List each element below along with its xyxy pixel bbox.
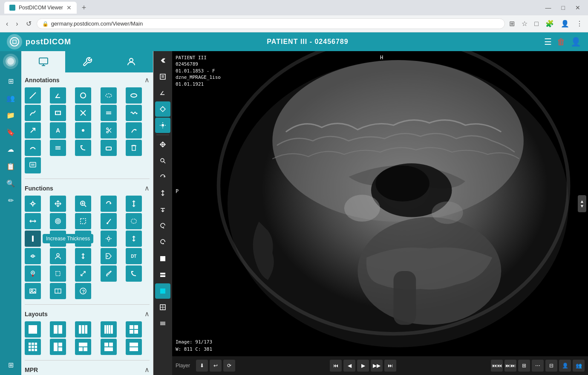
tab-search-button[interactable]: □ — [533, 19, 540, 29]
tool-wave[interactable] — [126, 105, 142, 121]
panel-tab-user[interactable] — [109, 51, 153, 72]
layout-custom3[interactable] — [101, 339, 117, 355]
annotations-toggle[interactable]: ∧ — [144, 76, 150, 84]
vt-square-white[interactable] — [155, 251, 170, 266]
player-minus-btn[interactable]: ⊟ — [545, 360, 557, 372]
vt-angle[interactable] — [155, 85, 170, 101]
extensions-button[interactable]: 🧩 — [544, 19, 556, 29]
player-refresh-btn[interactable]: ⟳ — [223, 360, 235, 372]
func-dt[interactable]: DT — [126, 248, 142, 264]
layout-custom2[interactable] — [75, 339, 91, 355]
tool-scissors[interactable] — [101, 122, 117, 138]
func-undo2[interactable] — [126, 265, 142, 282]
func-pan[interactable] — [50, 196, 66, 212]
bookmark-button[interactable]: ☆ — [520, 19, 529, 29]
layout-1x1[interactable] — [25, 321, 41, 338]
func-lasso[interactable] — [126, 213, 142, 229]
vt-move[interactable] — [155, 137, 170, 152]
sidebar-icon-list[interactable]: 📋 — [3, 159, 18, 174]
func-image2[interactable] — [25, 283, 41, 299]
player-grid-btn[interactable]: ⊞ — [518, 360, 530, 372]
func-flip-v[interactable] — [126, 196, 142, 212]
func-target[interactable] — [50, 213, 66, 229]
tool-text[interactable]: A — [50, 122, 66, 138]
tool-cross[interactable] — [75, 105, 91, 121]
new-tab-button[interactable]: + — [79, 3, 89, 12]
browser-tab[interactable]: PostDICOM Viewer ✕ — [4, 2, 77, 14]
vt-expand-vert[interactable] — [155, 185, 170, 201]
delete-header-icon[interactable]: 🗑 — [557, 37, 565, 47]
tool-ellipse[interactable] — [126, 87, 142, 104]
func-rotate[interactable] — [101, 196, 117, 212]
tool-clear[interactable] — [126, 140, 142, 156]
tool-eraser[interactable] — [101, 140, 117, 156]
player-prev-btn[interactable]: ◀ — [343, 360, 355, 372]
vt-multi-rows[interactable] — [155, 316, 170, 331]
func-crosshair[interactable] — [25, 196, 41, 212]
translate-button[interactable]: ⊞ — [507, 19, 516, 29]
vt-zoom[interactable] — [155, 153, 170, 168]
player-play-btn[interactable]: ▶ — [357, 360, 369, 372]
func-image3[interactable] — [50, 283, 66, 299]
player-next-btn[interactable]: ▶▶ — [371, 360, 383, 372]
player-more-btn[interactable]: ⋯ — [532, 360, 544, 372]
tool-double-line[interactable] — [101, 105, 117, 121]
right-scroll-indicator[interactable]: ▲ ▼ — [578, 195, 586, 212]
tool-multiline[interactable] — [50, 140, 66, 156]
forward-button[interactable]: › — [13, 19, 20, 29]
tab-close-button[interactable]: ✕ — [66, 4, 72, 11]
profile-button[interactable]: 👤 — [559, 19, 571, 29]
panel-tab-monitor[interactable] — [21, 51, 65, 72]
func-probe[interactable] — [101, 213, 117, 229]
vt-grid2[interactable] — [155, 300, 170, 315]
vt-rotate-flat[interactable] — [155, 234, 170, 249]
vt-diamond[interactable] — [155, 101, 170, 117]
player-person-btn[interactable]: 👤 — [559, 360, 571, 372]
layout-custom1[interactable] — [50, 339, 66, 355]
sidebar-icon-cloud[interactable]: ☁ — [3, 141, 18, 157]
menu-button[interactable]: ⋮ — [574, 19, 585, 29]
layouts-toggle[interactable]: ∧ — [144, 310, 150, 318]
player-skip-next-btn[interactable]: ⏭⏭ — [504, 360, 516, 372]
func-brush[interactable] — [101, 265, 117, 282]
tool-freehand[interactable] — [25, 105, 41, 121]
close-window-button[interactable]: ✕ — [572, 4, 584, 11]
viewer-image-area[interactable]: PATIENT III 02456789 01.01.1853 - F dzne… — [172, 51, 588, 356]
refresh-button[interactable]: ↺ — [23, 19, 34, 29]
vt-brightness[interactable] — [155, 118, 170, 133]
tool-ruler[interactable] — [25, 87, 41, 104]
layout-1x2[interactable] — [50, 321, 66, 338]
func-help[interactable]: ? — [75, 283, 91, 299]
tool-freehand2[interactable] — [126, 122, 142, 138]
func-flip-h[interactable] — [25, 213, 41, 229]
func-center[interactable] — [25, 248, 41, 264]
layout-2x2[interactable] — [126, 321, 142, 338]
layout-custom4[interactable] — [126, 339, 142, 355]
func-tag[interactable] — [101, 248, 117, 264]
vt-rotate3d[interactable] — [155, 218, 170, 233]
sidebar-icon-search[interactable]: 🔍 — [3, 176, 18, 191]
minimize-button[interactable]: — — [542, 4, 555, 11]
vt-collapse-left[interactable] — [155, 53, 170, 68]
tool-arrow[interactable] — [25, 122, 41, 138]
tool-undo[interactable] — [75, 140, 91, 156]
tool-export[interactable] — [25, 157, 41, 173]
list-header-icon[interactable]: ☰ — [544, 37, 552, 47]
func-settings2[interactable] — [101, 231, 117, 247]
player-skip-prev-btn[interactable]: ⏮⏮ — [491, 360, 503, 372]
func-expand-v[interactable] — [126, 231, 142, 247]
tool-dot[interactable] — [75, 122, 91, 138]
func-increase-thickness[interactable]: Increase Thickness — [25, 231, 41, 247]
func-sort[interactable] — [75, 248, 91, 264]
back-button[interactable]: ‹ — [3, 19, 11, 29]
user-header-icon[interactable]: 👤 — [571, 37, 581, 47]
sidebar-icon-users[interactable]: 👥 — [3, 90, 18, 106]
player-undo-btn[interactable]: ↩ — [210, 360, 222, 372]
tool-circle[interactable] — [75, 87, 91, 104]
vt-cyan-rect[interactable] — [155, 283, 170, 299]
sidebar-icon-bookmark[interactable]: 🔖 — [3, 124, 18, 140]
mpr-toggle[interactable]: ∧ — [144, 366, 150, 374]
layout-1x4[interactable] — [101, 321, 117, 338]
func-resize[interactable] — [75, 265, 91, 282]
tool-curve[interactable] — [25, 140, 41, 156]
